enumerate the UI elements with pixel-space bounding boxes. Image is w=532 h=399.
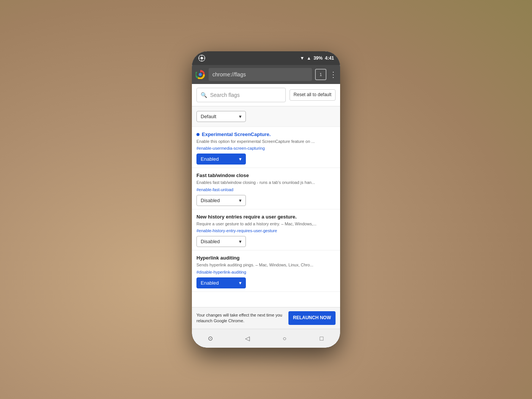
flag-title-hyperlink-auditing: Hyperlink auditing — [196, 255, 336, 261]
flag-desc-new-history-entries: Require a user gesture to add a history … — [196, 221, 336, 227]
flag-desc-fast-tab-close: Enables fast tab/window closing - runs a… — [196, 180, 336, 185]
relaunch-message: Your changes will take effect the next t… — [196, 312, 285, 324]
square-icon: □ — [320, 335, 323, 342]
flag-title-experimental-screencapture: Experimental ScreenCapture. — [196, 131, 336, 137]
flags-icon — [198, 54, 206, 62]
circle-icon: ○ — [283, 335, 287, 342]
flag-dropdown-fast-tab[interactable]: Disabled ▾ — [196, 195, 246, 206]
chrome-logo — [195, 69, 206, 80]
navigation-bar: ⊙ ◁ ○ □ — [192, 329, 340, 348]
home-icon: ⊙ — [208, 335, 213, 342]
nav-home-button[interactable]: ⊙ — [204, 332, 217, 345]
flag-active-dot — [196, 133, 200, 136]
svg-point-6 — [199, 73, 202, 76]
nav-circle-button[interactable]: ○ — [278, 332, 291, 345]
chevron-down-icon: ▾ — [239, 114, 242, 119]
browser-bar: chrome://flags 1 ⋮ — [192, 65, 340, 84]
flag-dropdown-wrap-history: Disabled ▾ — [196, 236, 336, 247]
chevron-down-icon: ▾ — [239, 156, 242, 162]
flag-link-hyperlink-auditing[interactable]: #disable-hyperlink-auditing — [196, 270, 336, 274]
flag-title-fast-tab-close: Fast tab/window close — [196, 173, 336, 178]
phone-device: ▼ ▲ 39% 4:41 chrome://flags — [192, 51, 340, 348]
wifi-icon: ▼ — [300, 55, 304, 61]
reset-all-button[interactable]: Reset all to default — [290, 89, 336, 101]
url-text: chrome://flags — [212, 71, 246, 78]
flag-dropdown-history[interactable]: Disabled ▾ — [196, 236, 246, 247]
flag-item-experimental-screencapture: Experimental ScreenCapture. Enable this … — [192, 127, 340, 168]
tab-count-icon[interactable]: 1 — [315, 69, 326, 80]
default-section: Default ▾ — [192, 106, 340, 127]
status-right: ▼ ▲ 39% 4:41 — [300, 55, 334, 61]
default-dropdown[interactable]: Default ▾ — [196, 111, 246, 122]
clock: 4:41 — [325, 55, 334, 61]
status-left — [198, 54, 206, 62]
nav-square-button[interactable]: □ — [315, 332, 328, 345]
flag-title-new-history-entries: New history entries require a user gestu… — [196, 214, 336, 220]
nav-back-button[interactable]: ◁ — [241, 332, 254, 345]
flag-desc-hyperlink-auditing: Sends hyperlink auditing pings. – Mac, W… — [196, 262, 336, 268]
content-area: 🔍 Search flags Reset all to default Defa… — [192, 84, 340, 348]
flag-dropdown-hyperlink[interactable]: Enabled ▾ — [196, 277, 246, 288]
flags-list[interactable]: Default ▾ Experimental ScreenCapture. En… — [192, 106, 340, 307]
phone-screen: ▼ ▲ 39% 4:41 chrome://flags — [192, 51, 340, 348]
chevron-down-icon: ▾ — [239, 239, 242, 244]
battery-level: 39% — [314, 55, 323, 61]
search-area: 🔍 Search flags Reset all to default — [192, 84, 340, 106]
flag-item-fast-tab-close: Fast tab/window close Enables fast tab/w… — [192, 168, 340, 209]
search-box[interactable]: 🔍 Search flags — [196, 88, 286, 102]
signal-icon: ▲ — [307, 55, 311, 61]
flag-dropdown-wrap-screencapture: Enabled ▾ — [196, 154, 336, 165]
flag-item-new-history-entries: New history entries require a user gestu… — [192, 209, 340, 250]
flag-desc-experimental-screencapture: Enable this option for experimental Scre… — [196, 139, 336, 144]
flag-link-new-history-entries[interactable]: #enable-history-entry-requires-user-gest… — [196, 228, 336, 233]
chevron-down-icon: ▾ — [239, 280, 242, 286]
search-placeholder: Search flags — [210, 92, 240, 98]
relaunch-bar: Your changes will take effect the next t… — [192, 307, 340, 329]
flag-link-experimental-screencapture[interactable]: #enable-usermedia-screen-capturing — [196, 146, 336, 150]
flag-dropdown-screencapture[interactable]: Enabled ▾ — [196, 154, 246, 165]
flag-dropdown-wrap-fast-tab: Disabled ▾ — [196, 195, 336, 206]
search-icon: 🔍 — [201, 92, 207, 98]
svg-point-1 — [201, 57, 203, 60]
browser-menu-icon[interactable]: ⋮ — [329, 70, 337, 79]
flag-link-fast-tab-close[interactable]: #enable-fast-unload — [196, 187, 336, 192]
address-bar[interactable]: chrome://flags — [209, 68, 312, 81]
back-icon: ◁ — [245, 335, 250, 342]
chevron-down-icon: ▾ — [239, 198, 242, 203]
flag-item-hyperlink-auditing: Hyperlink auditing Sends hyperlink audit… — [192, 250, 340, 291]
chrome-logo-svg — [196, 70, 205, 79]
status-bar: ▼ ▲ 39% 4:41 — [192, 51, 340, 65]
scene: ▼ ▲ 39% 4:41 chrome://flags — [0, 0, 532, 399]
flag-dropdown-wrap-hyperlink: Enabled ▾ — [196, 277, 336, 288]
relaunch-now-button[interactable]: RELAUNCH NOW — [288, 311, 336, 325]
